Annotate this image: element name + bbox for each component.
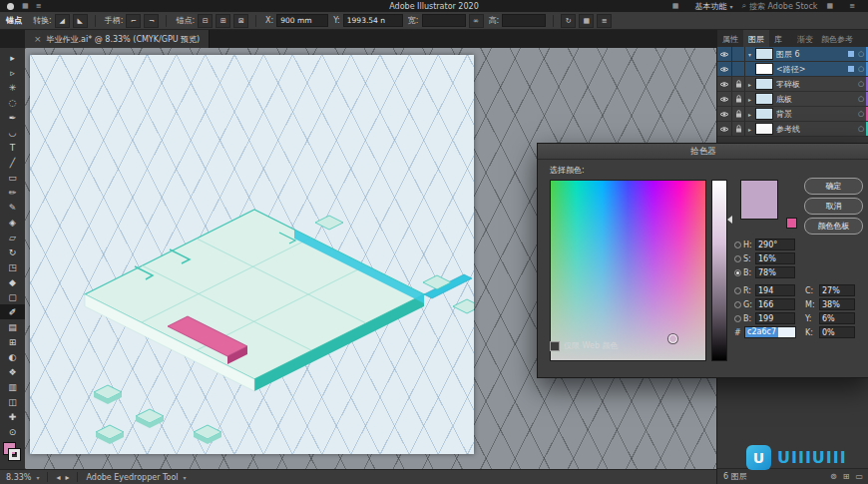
direct-selection-tool[interactable]: ▹ [0,65,25,80]
magic-wand-tool[interactable]: ✳ [0,80,25,95]
height-field[interactable] [502,14,546,27]
lock-icon[interactable] [732,92,745,106]
radio-g[interactable] [734,301,741,308]
layer-row[interactable]: ▸ 参考线 ○ [717,122,868,137]
radio-h[interactable] [734,242,741,248]
prev-artboard-icon[interactable]: ◂ [56,473,60,482]
radio-s[interactable] [734,255,741,262]
blend-tool[interactable]: ◐ [0,349,25,364]
rectangle-tool[interactable]: ▭ [0,170,25,185]
layer-row[interactable]: ▾ 图层 6 ○ [717,47,868,62]
target-circle-icon[interactable]: ○ [856,50,866,58]
layer-row[interactable]: <路径> ○ [717,62,868,77]
y-position-field[interactable]: 1993.54 n [343,14,403,27]
arrange-icon[interactable]: ▦ [672,2,679,10]
layer-row[interactable]: ▸ 底板 ○ [717,92,868,107]
layer-name[interactable]: <路径> [776,64,848,75]
visibility-eye-icon[interactable] [717,107,732,121]
link-dimensions-icon[interactable]: ∞ [469,14,484,28]
cancel-button[interactable]: 取消 [804,198,863,215]
convert-corner-icon[interactable]: ◢ [55,14,70,28]
lock-icon[interactable] [732,107,745,121]
layer-name[interactable]: 底板 [776,94,856,105]
transform-icon[interactable]: ↻ [561,14,576,28]
tab-color-guide[interactable]: 颜色参考 [817,30,857,47]
radio-r[interactable] [734,287,741,294]
target-circle-icon[interactable]: ○ [856,65,866,73]
artboard-tool[interactable]: ◫ [0,394,25,409]
ok-button[interactable]: 确定 [804,178,863,195]
paintbrush-tool[interactable]: ✏ [0,185,25,200]
lock-slot[interactable] [732,62,745,76]
eyedropper-tool[interactable]: ✐ [0,304,25,319]
type-tool[interactable]: T [0,140,25,155]
lock-icon[interactable] [732,77,745,91]
radio-b2[interactable] [734,315,741,322]
shaper-tool[interactable]: ◈ [0,215,25,230]
visibility-eye-icon[interactable] [717,47,732,61]
status-caret-icon[interactable]: ▾ [184,474,187,481]
pen-tool[interactable]: ✒ [0,110,25,125]
document-tab[interactable]: × 毕业作业.ai* @ 8.33% (CMYK/GPU 预览) [25,30,210,48]
remove-anchor-icon[interactable]: ⊟ [198,14,213,28]
chevron-right-icon[interactable]: ▸ [745,111,754,118]
color-swatches-button[interactable]: 颜色色板 [804,218,863,235]
layer-row[interactable]: ▸ 背景 ○ [717,107,868,122]
gradient-tool[interactable]: ▤ [0,319,25,334]
k-field[interactable]: 0% [819,326,855,338]
radio-b[interactable] [734,269,741,276]
convert-smooth-icon[interactable]: ◣ [73,14,88,28]
target-circle-icon[interactable]: ○ [856,95,866,103]
stock-search[interactable]: ⌕ 搜索 Adobe Stock [741,1,817,12]
hex-field[interactable]: c2a6c7 [744,326,796,338]
close-tab-icon[interactable]: × [34,34,42,44]
home-icon[interactable]: ≡ [36,2,42,10]
width-tool[interactable]: ◆ [0,274,25,289]
c-field[interactable]: 27% [819,284,855,296]
hide-handles-icon[interactable]: ¬ [144,14,159,28]
y-field[interactable]: 6% [819,312,855,324]
workspace-switcher[interactable]: 基本功能 ▾ [694,1,732,12]
delete-layer-icon[interactable]: ▭ [855,472,863,481]
web-colors-checkbox[interactable] [550,341,560,351]
m-field[interactable]: 38% [819,298,855,310]
chevron-right-icon[interactable]: ▸ [745,126,754,133]
symbol-sprayer-tool[interactable]: ❖ [0,364,25,379]
b-field[interactable]: 78% [755,266,795,278]
docs-icon[interactable]: ▦ [827,2,834,10]
b2-field[interactable]: 199 [755,312,795,324]
visibility-eye-icon[interactable] [717,62,732,76]
next-artboard-icon[interactable]: ▸ [65,473,69,482]
line-segment-tool[interactable]: ╱ [0,155,25,170]
chevron-right-icon[interactable]: ▸ [745,96,754,103]
free-transform-tool[interactable]: ▢ [0,289,25,304]
chevron-down-icon[interactable]: ▾ [745,51,754,58]
stroke-color-swatch[interactable] [9,449,20,460]
x-position-field[interactable]: 900 mm [276,14,328,27]
layer-name[interactable]: 图层 6 [776,49,848,60]
add-anchor-icon[interactable]: ⊞ [216,14,230,28]
r-field[interactable]: 194 [755,284,795,296]
lock-slot[interactable] [732,47,745,61]
brightness-slider[interactable] [711,180,727,361]
zoom-caret-icon[interactable]: ▾ [36,474,39,481]
out-of-web-chip[interactable] [786,218,797,229]
color-field[interactable] [550,180,706,361]
zoom-tool[interactable]: ⊙ [0,424,25,439]
apple-menu-icon[interactable] [7,3,14,10]
h-field[interactable]: 290° [755,239,795,250]
curvature-tool[interactable]: ◡ [0,125,25,140]
align-icon[interactable]: ▦ [579,14,594,28]
lasso-tool[interactable]: ◌ [0,95,25,110]
mesh-tool[interactable]: ⊞ [0,334,25,349]
slider-arrow-icon[interactable] [727,216,732,224]
scale-tool[interactable]: ◳ [0,259,25,274]
layer-name[interactable]: 参考线 [776,124,856,135]
color-field-marker[interactable] [668,334,677,343]
rotate-tool[interactable]: ↻ [0,244,25,259]
cut-path-icon[interactable]: ⊠ [233,14,248,28]
app-icon[interactable]: ▦ [22,2,29,10]
width-field[interactable] [422,14,466,27]
tab-libraries[interactable]: 库 [769,30,787,47]
show-handles-icon[interactable]: ⌐ [126,14,141,28]
